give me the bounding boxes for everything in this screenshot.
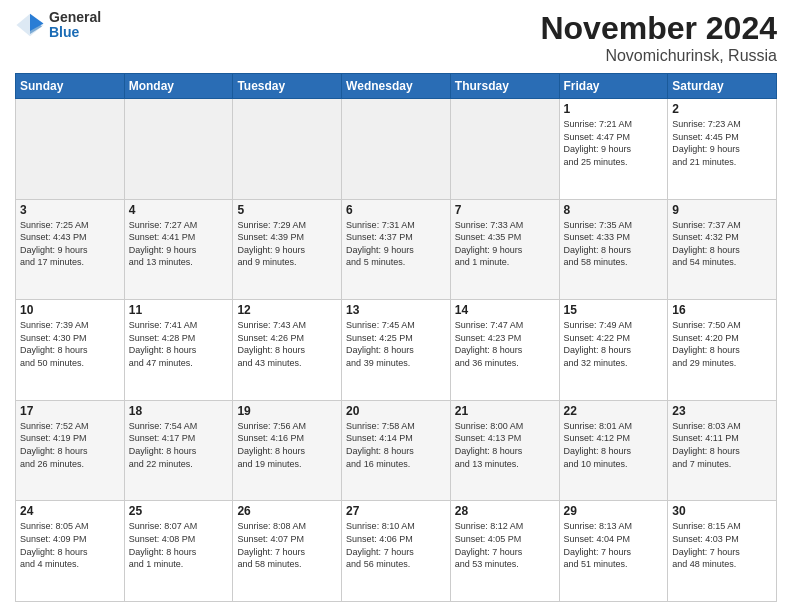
day-number: 29 [564,504,664,518]
calendar-cell: 17Sunrise: 7:52 AMSunset: 4:19 PMDayligh… [16,400,125,501]
logo-text: General Blue [49,10,101,41]
calendar-cell: 29Sunrise: 8:13 AMSunset: 4:04 PMDayligh… [559,501,668,602]
week-row-2: 3Sunrise: 7:25 AMSunset: 4:43 PMDaylight… [16,199,777,300]
day-info: Sunrise: 7:52 AMSunset: 4:19 PMDaylight:… [20,420,120,470]
calendar-cell: 23Sunrise: 8:03 AMSunset: 4:11 PMDayligh… [668,400,777,501]
calendar-cell: 28Sunrise: 8:12 AMSunset: 4:05 PMDayligh… [450,501,559,602]
day-info: Sunrise: 7:23 AMSunset: 4:45 PMDaylight:… [672,118,772,168]
col-friday: Friday [559,74,668,99]
day-number: 3 [20,203,120,217]
day-number: 16 [672,303,772,317]
calendar-cell: 19Sunrise: 7:56 AMSunset: 4:16 PMDayligh… [233,400,342,501]
col-monday: Monday [124,74,233,99]
title-block: November 2024 Novomichurinsk, Russia [540,10,777,65]
day-number: 20 [346,404,446,418]
day-number: 23 [672,404,772,418]
calendar-body: 1Sunrise: 7:21 AMSunset: 4:47 PMDaylight… [16,99,777,602]
day-info: Sunrise: 7:49 AMSunset: 4:22 PMDaylight:… [564,319,664,369]
col-wednesday: Wednesday [342,74,451,99]
calendar-cell [233,99,342,200]
calendar-cell: 1Sunrise: 7:21 AMSunset: 4:47 PMDaylight… [559,99,668,200]
calendar-cell: 18Sunrise: 7:54 AMSunset: 4:17 PMDayligh… [124,400,233,501]
col-sunday: Sunday [16,74,125,99]
day-info: Sunrise: 8:13 AMSunset: 4:04 PMDaylight:… [564,520,664,570]
calendar-cell: 10Sunrise: 7:39 AMSunset: 4:30 PMDayligh… [16,300,125,401]
calendar-cell [450,99,559,200]
calendar-cell [124,99,233,200]
col-tuesday: Tuesday [233,74,342,99]
day-info: Sunrise: 7:58 AMSunset: 4:14 PMDaylight:… [346,420,446,470]
day-number: 14 [455,303,555,317]
day-number: 11 [129,303,229,317]
day-number: 2 [672,102,772,116]
day-info: Sunrise: 8:05 AMSunset: 4:09 PMDaylight:… [20,520,120,570]
title-location: Novomichurinsk, Russia [540,47,777,65]
day-number: 10 [20,303,120,317]
header: General Blue November 2024 Novomichurins… [15,10,777,65]
col-saturday: Saturday [668,74,777,99]
day-number: 22 [564,404,664,418]
calendar-cell: 20Sunrise: 7:58 AMSunset: 4:14 PMDayligh… [342,400,451,501]
calendar-cell [342,99,451,200]
logo: General Blue [15,10,101,41]
day-info: Sunrise: 7:50 AMSunset: 4:20 PMDaylight:… [672,319,772,369]
day-number: 21 [455,404,555,418]
calendar-cell: 11Sunrise: 7:41 AMSunset: 4:28 PMDayligh… [124,300,233,401]
week-row-4: 17Sunrise: 7:52 AMSunset: 4:19 PMDayligh… [16,400,777,501]
day-info: Sunrise: 7:33 AMSunset: 4:35 PMDaylight:… [455,219,555,269]
calendar-cell: 30Sunrise: 8:15 AMSunset: 4:03 PMDayligh… [668,501,777,602]
day-number: 26 [237,504,337,518]
day-info: Sunrise: 8:00 AMSunset: 4:13 PMDaylight:… [455,420,555,470]
calendar-cell: 26Sunrise: 8:08 AMSunset: 4:07 PMDayligh… [233,501,342,602]
day-info: Sunrise: 7:31 AMSunset: 4:37 PMDaylight:… [346,219,446,269]
day-info: Sunrise: 7:54 AMSunset: 4:17 PMDaylight:… [129,420,229,470]
day-info: Sunrise: 7:45 AMSunset: 4:25 PMDaylight:… [346,319,446,369]
day-number: 8 [564,203,664,217]
day-number: 6 [346,203,446,217]
title-month: November 2024 [540,10,777,47]
header-row: Sunday Monday Tuesday Wednesday Thursday… [16,74,777,99]
week-row-5: 24Sunrise: 8:05 AMSunset: 4:09 PMDayligh… [16,501,777,602]
day-number: 15 [564,303,664,317]
day-number: 18 [129,404,229,418]
day-info: Sunrise: 8:03 AMSunset: 4:11 PMDaylight:… [672,420,772,470]
day-info: Sunrise: 7:47 AMSunset: 4:23 PMDaylight:… [455,319,555,369]
day-number: 13 [346,303,446,317]
day-info: Sunrise: 7:37 AMSunset: 4:32 PMDaylight:… [672,219,772,269]
calendar-cell: 14Sunrise: 7:47 AMSunset: 4:23 PMDayligh… [450,300,559,401]
day-info: Sunrise: 8:15 AMSunset: 4:03 PMDaylight:… [672,520,772,570]
calendar-cell [16,99,125,200]
calendar-cell: 9Sunrise: 7:37 AMSunset: 4:32 PMDaylight… [668,199,777,300]
day-number: 30 [672,504,772,518]
calendar-table: Sunday Monday Tuesday Wednesday Thursday… [15,73,777,602]
day-info: Sunrise: 8:01 AMSunset: 4:12 PMDaylight:… [564,420,664,470]
day-info: Sunrise: 7:41 AMSunset: 4:28 PMDaylight:… [129,319,229,369]
calendar-cell: 13Sunrise: 7:45 AMSunset: 4:25 PMDayligh… [342,300,451,401]
page: General Blue November 2024 Novomichurins… [0,0,792,612]
calendar-cell: 21Sunrise: 8:00 AMSunset: 4:13 PMDayligh… [450,400,559,501]
calendar-cell: 3Sunrise: 7:25 AMSunset: 4:43 PMDaylight… [16,199,125,300]
day-info: Sunrise: 8:12 AMSunset: 4:05 PMDaylight:… [455,520,555,570]
logo-general-text: General [49,10,101,25]
day-info: Sunrise: 7:35 AMSunset: 4:33 PMDaylight:… [564,219,664,269]
day-number: 5 [237,203,337,217]
calendar-cell: 24Sunrise: 8:05 AMSunset: 4:09 PMDayligh… [16,501,125,602]
calendar-cell: 12Sunrise: 7:43 AMSunset: 4:26 PMDayligh… [233,300,342,401]
day-number: 24 [20,504,120,518]
calendar-cell: 6Sunrise: 7:31 AMSunset: 4:37 PMDaylight… [342,199,451,300]
day-number: 17 [20,404,120,418]
calendar-cell: 4Sunrise: 7:27 AMSunset: 4:41 PMDaylight… [124,199,233,300]
day-number: 19 [237,404,337,418]
day-info: Sunrise: 7:25 AMSunset: 4:43 PMDaylight:… [20,219,120,269]
day-number: 27 [346,504,446,518]
calendar-cell: 8Sunrise: 7:35 AMSunset: 4:33 PMDaylight… [559,199,668,300]
day-info: Sunrise: 7:56 AMSunset: 4:16 PMDaylight:… [237,420,337,470]
week-row-1: 1Sunrise: 7:21 AMSunset: 4:47 PMDaylight… [16,99,777,200]
day-info: Sunrise: 7:43 AMSunset: 4:26 PMDaylight:… [237,319,337,369]
day-number: 7 [455,203,555,217]
calendar-cell: 27Sunrise: 8:10 AMSunset: 4:06 PMDayligh… [342,501,451,602]
day-info: Sunrise: 7:21 AMSunset: 4:47 PMDaylight:… [564,118,664,168]
day-number: 9 [672,203,772,217]
day-number: 1 [564,102,664,116]
day-number: 25 [129,504,229,518]
